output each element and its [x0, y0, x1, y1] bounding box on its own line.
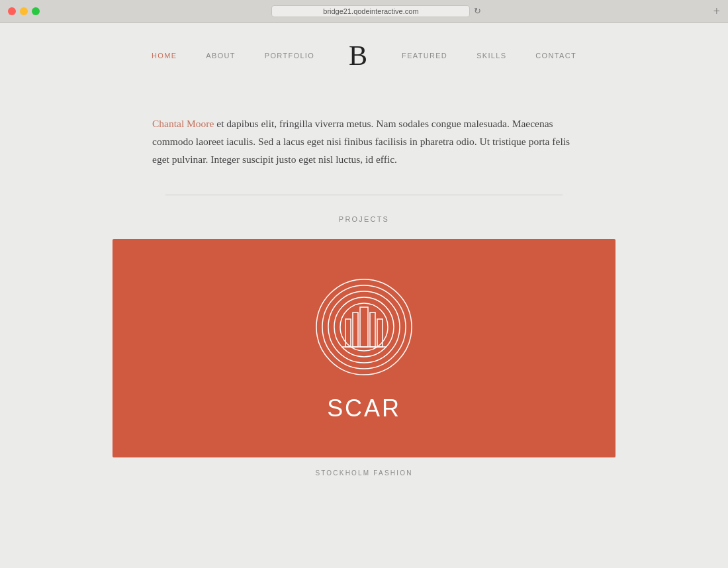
hero-text: Chantal Moore et dapibus elit, fringilla…	[152, 115, 576, 168]
scar-logo-icon	[311, 274, 417, 383]
svg-rect-8	[370, 312, 375, 347]
svg-point-2	[328, 291, 400, 363]
fullscreen-button[interactable]	[32, 7, 40, 15]
browser-chrome: bridge21.qodeinteractive.com ↻ +	[0, 0, 728, 23]
close-button[interactable]	[8, 7, 16, 15]
main-nav: HOME ABOUT PORTFOLIO B FEATURED SKILLS C…	[0, 23, 728, 88]
section-divider	[165, 195, 563, 195]
nav-link-skills[interactable]: SKILLS	[462, 52, 521, 60]
new-tab-button[interactable]: +	[713, 5, 720, 17]
hero-name: Chantal Moore	[152, 118, 214, 129]
projects-section: PROJECTS	[0, 215, 728, 503]
minimize-button[interactable]	[20, 7, 28, 15]
site-logo[interactable]: B	[329, 42, 387, 70]
nav-link-contact[interactable]: CONTACT	[521, 52, 591, 60]
svg-point-3	[334, 297, 394, 357]
address-bar: bridge21.qodeinteractive.com ↻	[46, 5, 707, 17]
svg-rect-6	[353, 312, 358, 347]
svg-point-1	[322, 285, 406, 369]
project-card[interactable]: SCAR	[113, 239, 615, 457]
project-brand-name: SCAR	[327, 395, 401, 422]
traffic-lights	[8, 7, 40, 15]
project-logo-container: SCAR	[311, 274, 417, 422]
svg-point-0	[316, 279, 412, 375]
svg-rect-7	[360, 307, 368, 347]
nav-link-home[interactable]: HOME	[137, 52, 191, 60]
nav-items: HOME ABOUT PORTFOLIO B FEATURED SKILLS C…	[137, 42, 591, 70]
svg-point-4	[340, 303, 388, 351]
reload-button[interactable]: ↻	[474, 6, 481, 17]
projects-label: PROJECTS	[339, 215, 389, 223]
nav-link-portfolio[interactable]: PORTFOLIO	[250, 52, 329, 60]
page-wrapper: HOME ABOUT PORTFOLIO B FEATURED SKILLS C…	[0, 23, 728, 568]
nav-link-about[interactable]: ABOUT	[191, 52, 250, 60]
project-caption: STOCKHOLM FASHION	[315, 469, 412, 477]
url-input[interactable]: bridge21.qodeinteractive.com	[271, 5, 470, 17]
nav-link-featured[interactable]: FEATURED	[387, 52, 462, 60]
hero-body: et dapibus elit, fringilla viverra metus…	[152, 118, 570, 165]
hero-section: Chantal Moore et dapibus elit, fringilla…	[139, 88, 589, 188]
